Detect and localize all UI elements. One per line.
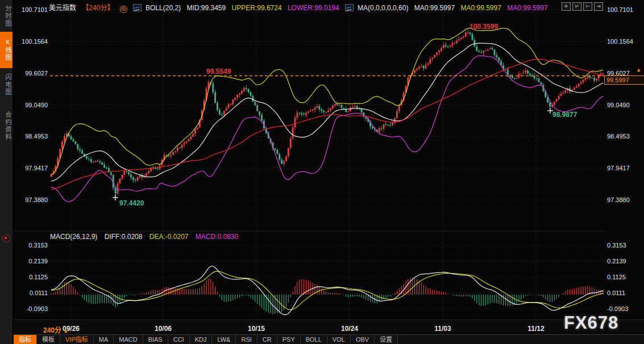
price-tick-r-4: 98.4953: [607, 133, 641, 140]
current-price-badge: 99.5997: [604, 75, 644, 85]
window-icon-1[interactable]: ⊬: [572, 2, 581, 11]
macd-tick-r-4: -0.0903: [607, 305, 641, 312]
toolbar-tab-RSI[interactable]: RSI: [236, 335, 257, 344]
price-tick-r-2: 99.6027: [607, 70, 641, 77]
trading-app-window: 分时图K线图闪电图合约资料 美元指数 【240分】 ⊖ BOLL(20,2) M…: [0, 0, 644, 344]
date-label-3: 10/24: [341, 325, 358, 333]
date-label-0: 09/26: [63, 325, 80, 333]
toolbar-tab-CR[interactable]: CR: [257, 335, 277, 344]
price-tick-r-5: 97.9417: [607, 165, 641, 171]
toolbar-tab-VIP指标[interactable]: VIP指标: [60, 335, 94, 344]
price-tick-l-1: 100.1564: [17, 38, 48, 45]
toolbar-tab-CCI[interactable]: CCI: [168, 335, 190, 344]
toolbar-tab-BIAS[interactable]: BIAS: [143, 335, 168, 344]
macd-tick-r-1: 0.2139: [607, 258, 641, 265]
peak-annotation: 100.3599: [470, 23, 498, 31]
window-icon-0[interactable]: ✛: [562, 2, 571, 11]
toolbar-tab-指标[interactable]: 指标: [14, 335, 37, 344]
macd-tick-r-3: 0.0111: [607, 290, 641, 296]
macd-tick-l-3: 0.0111: [17, 290, 48, 296]
toolbar-tab-OBV[interactable]: OBV: [351, 335, 375, 344]
price-tick-l-5: 97.9417: [17, 165, 48, 171]
price-tick-l-0: 100.7101: [17, 6, 48, 13]
macd-tick-l-0: 0.3153: [17, 242, 48, 249]
ma-label: MA(0,0,0,0,0,60): [358, 4, 408, 12]
ma0-value-1: MA0:99.5997: [414, 4, 455, 12]
sidebar-item-1[interactable]: K线图: [0, 32, 13, 68]
boll-label: BOLL(20,2): [146, 4, 181, 12]
boll-upper-value: UPPER:99.6724: [232, 4, 282, 12]
price-tick-l-4: 98.4953: [17, 133, 48, 140]
ma0-value-3: MA0:99.5997: [507, 4, 547, 12]
macd-tick-r-2: 0.1125: [607, 274, 641, 280]
toolbar-tab-MACD[interactable]: MACD: [114, 335, 143, 344]
macd-value: MACD:0.0830: [196, 233, 238, 241]
macd-tick-l-2: 0.1125: [17, 274, 48, 280]
symbol-title: 美元指数: [49, 4, 76, 12]
watermark-logo: FX678: [564, 313, 618, 333]
sidebar-item-3[interactable]: 合约资料: [0, 109, 13, 143]
macd-tick-l-4: -0.0903: [17, 305, 48, 312]
level-annotation: 99.5549: [206, 68, 231, 75]
price-tick-l-6: 97.3880: [17, 196, 48, 203]
price-tick-l-2: 99.6027: [17, 70, 48, 77]
toolbar-tab-BOLL[interactable]: BOLL: [301, 335, 327, 344]
toolbar-tab-LW&[interactable]: LW&: [212, 335, 236, 344]
time-axis: 240分 ▲ 09/2610/0610/1510/2411/0311/12: [14, 320, 644, 335]
toolbar-tab-PSY[interactable]: PSY: [277, 335, 301, 344]
price-tick-r-1: 100.1564: [607, 38, 641, 45]
price-tick-r-6: 97.3880: [607, 196, 641, 203]
window-icon-2[interactable]: ⊢: [583, 2, 592, 11]
price-tick-l-3: 99.0490: [17, 102, 48, 108]
sidebar-item-2[interactable]: 闪电图: [0, 72, 13, 98]
window-toolbar-icons: ✛⊬⊢⇥: [562, 2, 603, 11]
low-left-annotation: 97.4420: [119, 199, 144, 207]
macd-header: MACD(26,12,9) DIFF:0.0208 DEA:-0.0207 MA…: [50, 233, 243, 241]
sidebar-item-0[interactable]: 分时图: [0, 3, 13, 29]
candlestick-chart-canvas[interactable]: [0, 0, 644, 344]
hot-target-icon[interactable]: [2, 234, 10, 242]
minus-circle-icon[interactable]: ⊖: [120, 6, 127, 13]
date-label-5: 11/12: [527, 325, 544, 333]
date-label-4: 11/03: [434, 325, 451, 333]
ma0-value-2: MA0:99.5997: [460, 4, 501, 12]
macd-title: MACD(26,12,9): [50, 233, 97, 241]
date-label-2: 10/15: [248, 325, 265, 333]
chart-header: 美元指数 【240分】 ⊖ BOLL(20,2) MID:99.3459 UPP…: [49, 2, 552, 11]
period-tag: 【240分】: [82, 4, 114, 12]
boll-lower-value: LOWER:99.0194: [288, 4, 339, 12]
macd-dea-value: DEA:-0.0207: [149, 233, 189, 241]
indicator-toolbar: 指标模板VIP指标MAMACDBIASCCIKDJLW&RSICRPSYBOLL…: [14, 334, 644, 344]
price-tick-r-0: 100.7101: [607, 6, 641, 13]
macd-diff-value: DIFF:0.0208: [105, 233, 143, 241]
toolbar-tab-设置[interactable]: 设置: [375, 335, 398, 344]
macd-tick-r-0: 0.3153: [607, 242, 641, 249]
boll-chart-icon: [133, 4, 142, 11]
toolbar-tab-VOL[interactable]: VOL: [327, 335, 351, 344]
macd-tick-l-1: 0.2139: [17, 258, 48, 265]
toolbar-tab-模板[interactable]: 模板: [37, 335, 60, 344]
toolbar-tab-KDJ[interactable]: KDJ: [190, 335, 213, 344]
low-right-annotation: 98.9877: [552, 111, 577, 119]
left-sidebar: 分时图K线图闪电图合约资料: [0, 0, 14, 344]
date-label-1: 10/06: [155, 325, 172, 333]
boll-mid-value: MID:99.3459: [186, 4, 226, 12]
window-icon-3[interactable]: ⇥: [594, 2, 603, 11]
price-tick-r-3: 99.0490: [607, 102, 641, 108]
ma-chart-icon: [345, 4, 354, 11]
toolbar-tab-MA[interactable]: MA: [94, 335, 114, 344]
